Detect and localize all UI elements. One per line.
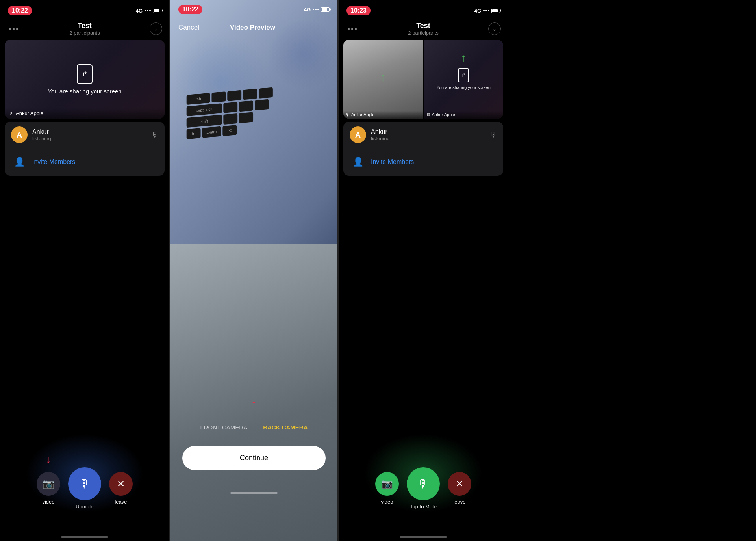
left-leave-button[interactable]: ✕ [109, 472, 133, 496]
left-mic-icon[interactable]: 🎙 [151, 131, 158, 139]
mic-active-icon: 🎙 [417, 477, 429, 491]
key-w [227, 90, 241, 101]
left-invite-row[interactable]: 👤 Invite Members [5, 148, 165, 176]
left-participants-section: A Ankur listening 🎙 👤 Invite Members [5, 122, 165, 176]
right-tile-right: ↱ You are sharing your screen ↑ 🖥 Ankur … [424, 40, 504, 119]
right-video-btn-wrapper: 📷 video [375, 472, 399, 516]
right-green-arrow-right: ↑ [461, 52, 466, 64]
screen-share-indicator: ↱ You are sharing your screen [48, 64, 121, 95]
right-participant-info: Ankur listening [371, 128, 485, 141]
left-participant-row: A Ankur listening 🎙 [5, 122, 165, 148]
key-r [259, 87, 273, 99]
middle-network: 4G [304, 7, 311, 13]
menu-button[interactable] [7, 22, 20, 35]
right-status-right: 4G [474, 8, 500, 14]
right-title-group: Test 2 participants [408, 22, 438, 36]
right-leave-button[interactable]: ✕ [448, 472, 471, 496]
middle-red-arrow: ↓ [250, 390, 258, 407]
right-mute-label: Tap to Mute [410, 504, 437, 509]
cancel-button[interactable]: Cancel [178, 24, 199, 32]
key-q [211, 91, 226, 102]
back-camera-option[interactable]: BACK CAMERA [263, 424, 308, 431]
left-video-arrow: ↓ [46, 453, 51, 466]
left-mute-label: Unmute [76, 504, 94, 509]
left-video-label-bar: 🎙 Ankur Apple [5, 108, 165, 119]
left-title-group: Test 2 participants [69, 22, 100, 36]
signal-icon [145, 10, 151, 11]
right-screen-share-mini: ↱ You are sharing your screen [437, 68, 491, 90]
right-participant-row: A Ankur listening 🎙 [343, 122, 503, 148]
right-leave-icon: ✕ [456, 478, 463, 489]
middle-camera-toggle: FRONT CAMERA BACK CAMERA [170, 424, 337, 431]
left-controls-area: ↓ 📷 video 🎙 Unmute ✕ leave [0, 176, 169, 536]
right-signal-icon [483, 10, 489, 11]
left-call-header: Test 2 participants ⌄ [0, 20, 169, 40]
mic-icon-small: 🎙 [346, 113, 350, 117]
left-controls-row: ↓ 📷 video 🎙 Unmute ✕ leave [37, 467, 133, 521]
network-label: 4G [136, 8, 143, 14]
key-e [243, 89, 257, 100]
keyboard-visual: tab caps lock shift fn control ⌥ [179, 74, 337, 305]
middle-preview-header: Cancel Video Preview [170, 20, 337, 35]
right-tile-right-label: 🖥 Ankur Apple [424, 111, 504, 119]
left-invite-label[interactable]: Invite Members [32, 158, 75, 165]
right-call-title: Test [408, 22, 438, 30]
left-time: 10:22 [8, 6, 32, 15]
share-arrow-icon: ↱ [82, 70, 88, 78]
right-participant-status: listening [371, 136, 485, 141]
middle-status-bar: 10:22 4G [170, 0, 337, 17]
left-participant-name: Ankur [32, 128, 146, 136]
right-phone-panel: 10:23 4G Test 2 participants ⌄ ↑ [339, 0, 508, 541]
invite-icon: 👤 [11, 154, 28, 170]
right-mic-icon[interactable]: 🎙 [490, 131, 497, 139]
left-participant-info: Ankur listening [32, 128, 146, 141]
middle-signal-icon [313, 9, 319, 10]
right-mute-button[interactable]: 🎙 [407, 467, 440, 500]
left-mute-button[interactable]: 🎙 [68, 467, 101, 500]
left-chevron-button[interactable]: ⌄ [150, 22, 162, 35]
right-invite-row[interactable]: 👤 Invite Members [343, 148, 503, 176]
right-status-bar: 10:23 4G [339, 0, 508, 20]
key-a [223, 102, 237, 113]
right-avatar: A [350, 126, 366, 143]
right-tile-left: ↑ 🎙 Ankur Apple [343, 40, 423, 119]
share-arrow-mini-icon: ↱ [461, 72, 466, 78]
middle-time: 10:22 [178, 5, 202, 14]
left-video-button[interactable]: 📷 [37, 472, 60, 496]
right-leave-btn-wrapper: ✕ leave [448, 472, 471, 516]
left-avatar: A [11, 126, 28, 143]
continue-button[interactable]: Continue [182, 446, 326, 470]
middle-preview-title: Video Preview [230, 24, 275, 32]
right-tile-left-name: Ankur Apple [351, 112, 374, 117]
right-video-label: video [381, 499, 393, 505]
key-capslock: caps lock [187, 103, 222, 116]
right-home-indicator [400, 536, 447, 538]
mute-icon: 🎙 [79, 477, 91, 491]
key-fn: fn [187, 128, 201, 139]
right-invite-label[interactable]: Invite Members [371, 158, 414, 165]
key-ctrl: control [202, 126, 221, 138]
right-video-button[interactable]: 📷 [375, 472, 399, 496]
screen-icon-small: 🖥 [426, 113, 430, 117]
phone-share-mini: ↱ [458, 68, 469, 82]
right-controls-row: 📷 video 🎙 Tap to Mute ✕ leave [375, 467, 471, 521]
key-x [239, 112, 253, 123]
left-video-label: video [42, 499, 54, 505]
right-chevron-button[interactable]: ⌄ [488, 22, 501, 35]
left-leave-btn-wrapper: ✕ leave [109, 472, 133, 516]
battery-icon [153, 9, 161, 13]
right-network: 4G [474, 8, 481, 14]
key-s [239, 100, 253, 112]
right-time: 10:23 [346, 6, 371, 15]
left-home-indicator [61, 536, 108, 538]
right-participant-name: Ankur [371, 128, 485, 136]
left-call-subtitle: 2 participants [69, 30, 100, 36]
right-menu-button[interactable] [346, 22, 358, 35]
left-video-btn-wrapper: ↓ 📷 video [37, 472, 60, 516]
front-camera-option[interactable]: FRONT CAMERA [200, 424, 247, 431]
mic-small-icon: 🎙 [9, 111, 13, 116]
middle-battery-icon [321, 7, 330, 12]
left-video-area: ↱ You are sharing your screen 🎙 Ankur Ap… [5, 40, 165, 119]
right-tile-right-name: Ankur Apple [432, 112, 455, 117]
middle-status-right: 4G [304, 7, 330, 13]
